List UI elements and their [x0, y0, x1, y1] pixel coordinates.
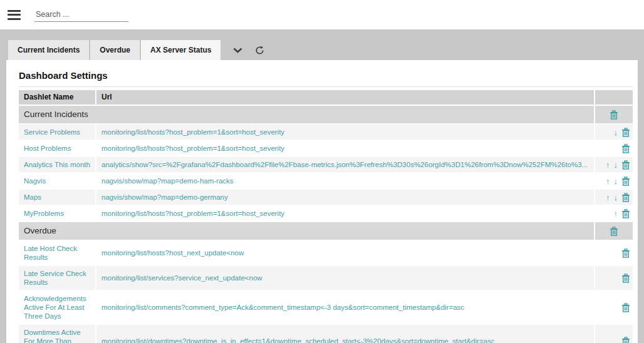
table-body: Current Incidents Service Problems monit…	[19, 106, 633, 343]
delete-icon[interactable]	[621, 193, 630, 202]
column-header-url: Url	[96, 90, 594, 105]
delete-icon[interactable]	[621, 177, 630, 186]
column-header-dashlet-name: Dashlet Name	[19, 90, 95, 105]
dashlet-url-link[interactable]: nagvis/show/map?map=demo-ham-racks	[96, 173, 594, 188]
main-content: Dashboard Settings Dashlet Name Url Curr…	[6, 60, 638, 343]
dashlet-name-link[interactable]: Downtimes Active For More Than Three Day…	[19, 325, 95, 343]
section-title: Current Incidents	[19, 106, 594, 123]
table-row: Downtimes Active For More Than Three Day…	[19, 325, 633, 343]
dashlet-name-link[interactable]: Maps	[19, 190, 95, 205]
dashlet-name-link[interactable]: Late Service Check Results	[19, 266, 95, 290]
dashlet-url-link[interactable]: monitoring/list/comments?comment_type=Ac…	[96, 291, 594, 324]
top-bar	[0, 0, 644, 29]
move-up-icon[interactable]: ↑	[606, 193, 610, 202]
dashlet-name-link[interactable]: Host Problems	[19, 141, 95, 156]
table-row: Late Host Check Results monitoring/list/…	[19, 241, 633, 265]
table-row: Acknowledgements Active For At Least Thr…	[19, 291, 633, 324]
table-header-row: Dashlet Name Url	[19, 90, 633, 105]
row-actions	[595, 241, 633, 265]
refresh-icon[interactable]	[255, 40, 264, 60]
tab-bar: Current Incidents Overdue AX Server Stat…	[0, 29, 644, 60]
move-up-icon[interactable]: ↑	[614, 210, 618, 218]
dashlet-name-link[interactable]: Analytics This month	[19, 157, 95, 172]
page-title: Dashboard Settings	[19, 70, 633, 81]
move-up-icon[interactable]: ↑	[606, 161, 610, 169]
dashlet-url-link[interactable]: monitoring/list/services?service_next_up…	[96, 266, 594, 290]
dashlet-name-link[interactable]: Service Problems	[19, 125, 95, 140]
delete-icon[interactable]	[621, 128, 630, 137]
section-actions	[595, 222, 633, 240]
dashlet-url-link[interactable]: monitoring/list/hosts?host_problem=1&sor…	[96, 125, 594, 140]
dashlet-url-link[interactable]: monitoring/list/hosts?host_problem=1&sor…	[96, 141, 594, 156]
move-down-icon[interactable]: ↓	[614, 161, 618, 169]
row-actions	[595, 141, 633, 156]
delete-icon[interactable]	[621, 209, 630, 218]
chevron-down-icon[interactable]	[233, 40, 242, 60]
delete-icon[interactable]	[621, 144, 630, 153]
table-row: Maps nagvis/show/map?map=demo-germany ↑↓	[19, 190, 633, 205]
search-input[interactable]	[34, 8, 128, 22]
move-down-icon[interactable]: ↓	[614, 177, 618, 185]
row-actions: ↑↓	[595, 190, 633, 205]
move-down-icon[interactable]: ↓	[614, 193, 618, 202]
section-title: Overdue	[19, 222, 594, 240]
row-actions	[595, 325, 633, 343]
table-row: Nagvis nagvis/show/map?map=demo-ham-rack…	[19, 173, 633, 188]
delete-icon[interactable]	[621, 160, 630, 170]
table-row: Analytics This month analytics/show?src=…	[19, 157, 633, 172]
tab-overdue[interactable]: Overdue	[90, 40, 140, 60]
column-header-actions	[595, 90, 633, 105]
menu-icon[interactable]	[8, 8, 21, 22]
table-row: Service Problems monitoring/list/hosts?h…	[19, 125, 633, 140]
tab-ax-server-status[interactable]: AX Server Status	[141, 40, 221, 60]
dashlet-url-link[interactable]: monitoring/list/hosts?host_problem=1&sor…	[96, 206, 594, 221]
delete-icon[interactable]	[621, 274, 630, 283]
delete-icon[interactable]	[621, 248, 630, 258]
section-row: Current Incidents	[19, 106, 633, 123]
dashlet-url-link[interactable]: monitoring/list/downtimes?downtime_is_in…	[96, 325, 594, 343]
row-actions: ↑	[595, 206, 633, 221]
table-row: Late Service Check Results monitoring/li…	[19, 266, 633, 290]
row-actions	[595, 291, 633, 324]
row-actions: ↑↓	[595, 173, 633, 188]
title-divider	[19, 86, 633, 87]
dashlet-name-link[interactable]: Nagvis	[19, 173, 95, 188]
table-row: Host Problems monitoring/list/hosts?host…	[19, 141, 633, 156]
section-row: Overdue	[19, 222, 633, 240]
dashlet-url-link[interactable]: analytics/show?src=%2Fgrafana%2Fdashboar…	[96, 157, 594, 172]
row-actions: ↓	[595, 125, 633, 140]
tab-current-incidents[interactable]: Current Incidents	[8, 40, 89, 60]
dashlet-name-link[interactable]: Acknowledgements Active For At Least Thr…	[19, 291, 95, 324]
move-down-icon[interactable]: ↓	[614, 128, 618, 136]
delete-icon[interactable]	[610, 110, 618, 120]
row-actions	[595, 266, 633, 290]
dashlet-name-link[interactable]: MyProblems	[19, 206, 95, 221]
table-row: MyProblems monitoring/list/hosts?host_pr…	[19, 206, 633, 221]
dashlet-url-link[interactable]: monitoring/list/hosts?host_next_update<n…	[96, 241, 594, 265]
row-actions: ↑↓	[595, 157, 633, 172]
dashlet-url-link[interactable]: nagvis/show/map?map=demo-germany	[96, 190, 594, 205]
dashlet-table: Dashlet Name Url Current Incidents Servi…	[19, 90, 633, 343]
delete-icon[interactable]	[610, 227, 618, 236]
delete-icon[interactable]	[621, 337, 630, 343]
move-up-icon[interactable]: ↑	[606, 177, 610, 185]
dashlet-name-link[interactable]: Late Host Check Results	[19, 241, 95, 265]
delete-icon[interactable]	[621, 303, 630, 312]
section-actions	[595, 106, 633, 123]
